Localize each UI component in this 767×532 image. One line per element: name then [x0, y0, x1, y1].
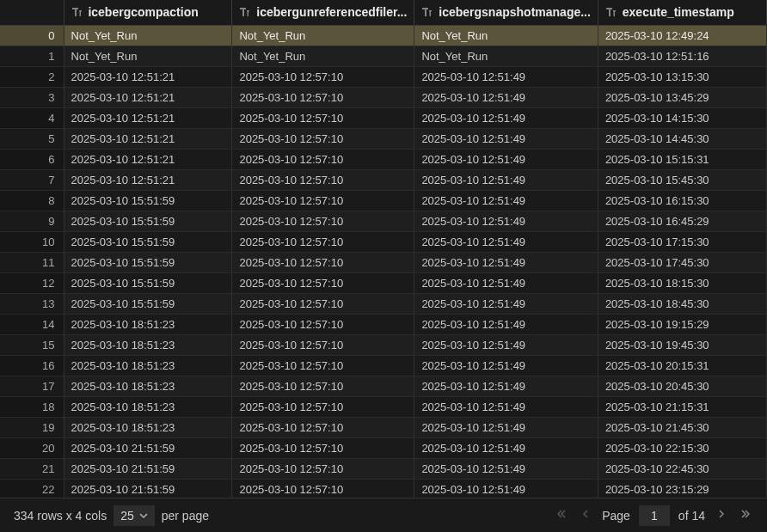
table-cell[interactable]: 2025-03-10 12:57:10 [232, 211, 414, 232]
table-cell[interactable]: 2025-03-10 18:51:23 [64, 356, 233, 376]
table-cell[interactable]: Not_Yet_Run [414, 46, 598, 67]
table-cell[interactable]: Not_Yet_Run [64, 46, 233, 67]
table-cell[interactable]: 2025-03-10 12:51:49 [414, 438, 598, 459]
column-header-icebergsnapshotmanage[interactable]: icebergsnapshotmanage... [414, 0, 598, 26]
row-number-cell[interactable]: 5 [0, 129, 64, 150]
row-number-cell[interactable]: 14 [0, 315, 64, 335]
table-row[interactable]: 0Not_Yet_RunNot_Yet_RunNot_Yet_Run2025-0… [0, 26, 767, 46]
table-row[interactable]: 192025-03-10 18:51:232025-03-10 12:57:10… [0, 418, 767, 438]
table-cell[interactable]: 2025-03-10 12:51:49 [414, 397, 598, 418]
table-cell[interactable]: 2025-03-10 15:51:59 [64, 232, 233, 253]
row-number-cell[interactable]: 16 [0, 356, 64, 376]
table-row[interactable]: 42025-03-10 12:51:212025-03-10 12:57:102… [0, 108, 767, 129]
table-cell[interactable]: 2025-03-10 18:51:23 [64, 335, 233, 356]
table-cell[interactable]: 2025-03-10 12:57:10 [232, 356, 414, 376]
table-cell[interactable]: 2025-03-10 12:51:21 [64, 67, 233, 88]
row-number-cell[interactable]: 13 [0, 294, 64, 315]
first-page-button[interactable] [554, 506, 569, 524]
table-cell[interactable]: 2025-03-10 15:51:59 [64, 211, 233, 232]
table-cell[interactable]: 2025-03-10 18:15:30 [598, 273, 767, 294]
table-cell[interactable]: 2025-03-10 12:57:10 [232, 67, 414, 88]
table-cell[interactable]: 2025-03-10 12:51:21 [64, 129, 233, 150]
table-cell[interactable]: 2025-03-10 12:57:10 [232, 376, 414, 397]
table-cell[interactable]: 2025-03-10 12:57:10 [232, 438, 414, 459]
table-row[interactable]: 182025-03-10 18:51:232025-03-10 12:57:10… [0, 397, 767, 418]
table-cell[interactable]: 2025-03-10 12:51:49 [414, 480, 598, 498]
table-cell[interactable]: 2025-03-10 12:51:21 [64, 150, 233, 170]
table-cell[interactable]: 2025-03-10 18:51:23 [64, 315, 233, 335]
row-number-cell[interactable]: 3 [0, 88, 64, 108]
table-row[interactable]: 222025-03-10 21:51:592025-03-10 12:57:10… [0, 480, 767, 498]
table-cell[interactable]: 2025-03-10 12:51:49 [414, 315, 598, 335]
table-cell[interactable]: 2025-03-10 12:51:49 [414, 129, 598, 150]
table-row[interactable]: 212025-03-10 21:51:592025-03-10 12:57:10… [0, 459, 767, 480]
row-number-cell[interactable]: 17 [0, 376, 64, 397]
table-row[interactable]: 132025-03-10 15:51:592025-03-10 12:57:10… [0, 294, 767, 315]
table-cell[interactable]: 2025-03-10 12:57:10 [232, 459, 414, 480]
table-cell[interactable]: 2025-03-10 12:51:49 [414, 376, 598, 397]
table-cell[interactable]: 2025-03-10 21:15:31 [598, 397, 767, 418]
table-cell[interactable]: 2025-03-10 12:57:10 [232, 315, 414, 335]
table-row[interactable]: 22025-03-10 12:51:212025-03-10 12:57:102… [0, 67, 767, 88]
table-cell[interactable]: 2025-03-10 12:57:10 [232, 191, 414, 211]
table-cell[interactable]: 2025-03-10 15:51:59 [64, 191, 233, 211]
table-cell[interactable]: 2025-03-10 14:15:30 [598, 108, 767, 129]
row-number-cell[interactable]: 8 [0, 191, 64, 211]
table-cell[interactable]: 2025-03-10 15:51:59 [64, 273, 233, 294]
table-cell[interactable]: 2025-03-10 12:51:21 [64, 88, 233, 108]
page-size-select[interactable]: 25 [114, 505, 155, 526]
table-cell[interactable]: 2025-03-10 13:15:30 [598, 67, 767, 88]
table-cell[interactable]: 2025-03-10 16:45:29 [598, 211, 767, 232]
table-cell[interactable]: 2025-03-10 12:51:49 [414, 356, 598, 376]
table-row[interactable]: 152025-03-10 18:51:232025-03-10 12:57:10… [0, 335, 767, 356]
table-cell[interactable]: 2025-03-10 21:45:30 [598, 418, 767, 438]
table-cell[interactable]: 2025-03-10 20:15:31 [598, 356, 767, 376]
table-row[interactable]: 82025-03-10 15:51:592025-03-10 12:57:102… [0, 191, 767, 211]
column-header-icebergcompaction[interactable]: icebergcompaction [64, 0, 233, 26]
row-number-cell[interactable]: 19 [0, 418, 64, 438]
table-cell[interactable]: 2025-03-10 16:15:30 [598, 191, 767, 211]
table-cell[interactable]: 2025-03-10 12:57:10 [232, 108, 414, 129]
row-number-cell[interactable]: 7 [0, 170, 64, 191]
row-number-cell[interactable]: 0 [0, 26, 64, 46]
table-cell[interactable]: 2025-03-10 12:51:49 [414, 294, 598, 315]
row-number-cell[interactable]: 6 [0, 150, 64, 170]
table-cell[interactable]: 2025-03-10 12:51:49 [414, 88, 598, 108]
table-cell[interactable]: Not_Yet_Run [232, 26, 414, 46]
table-cell[interactable]: 2025-03-10 21:51:59 [64, 480, 233, 498]
table-cell[interactable]: 2025-03-10 15:51:59 [64, 294, 233, 315]
row-number-cell[interactable]: 10 [0, 232, 64, 253]
table-row[interactable]: 62025-03-10 12:51:212025-03-10 12:57:102… [0, 150, 767, 170]
table-cell[interactable]: Not_Yet_Run [232, 46, 414, 67]
table-cell[interactable]: 2025-03-10 22:15:30 [598, 438, 767, 459]
table-row[interactable]: 202025-03-10 21:51:592025-03-10 12:57:10… [0, 438, 767, 459]
table-row[interactable]: 102025-03-10 15:51:592025-03-10 12:57:10… [0, 232, 767, 253]
column-header-execute-timestamp[interactable]: execute_timestamp [598, 0, 767, 26]
table-cell[interactable]: 2025-03-10 18:51:23 [64, 376, 233, 397]
table-cell[interactable]: 2025-03-10 12:57:10 [232, 418, 414, 438]
table-row[interactable]: 1Not_Yet_RunNot_Yet_RunNot_Yet_Run2025-0… [0, 46, 767, 67]
table-cell[interactable]: 2025-03-10 12:57:10 [232, 335, 414, 356]
table-cell[interactable]: 2025-03-10 14:45:30 [598, 129, 767, 150]
table-cell[interactable]: 2025-03-10 23:15:29 [598, 480, 767, 498]
table-cell[interactable]: 2025-03-10 12:51:49 [414, 170, 598, 191]
table-cell[interactable]: 2025-03-10 12:57:10 [232, 273, 414, 294]
table-cell[interactable]: 2025-03-10 12:51:49 [414, 418, 598, 438]
table-cell[interactable]: 2025-03-10 12:57:10 [232, 397, 414, 418]
table-cell[interactable]: 2025-03-10 12:49:24 [598, 26, 767, 46]
table-cell[interactable]: 2025-03-10 12:57:10 [232, 88, 414, 108]
table-row[interactable]: 52025-03-10 12:51:212025-03-10 12:57:102… [0, 129, 767, 150]
table-cell[interactable]: 2025-03-10 15:51:59 [64, 253, 233, 273]
rownum-header[interactable] [0, 0, 64, 26]
table-cell[interactable]: 2025-03-10 21:51:59 [64, 459, 233, 480]
table-cell[interactable]: 2025-03-10 13:45:29 [598, 88, 767, 108]
row-number-cell[interactable]: 2 [0, 67, 64, 88]
table-cell[interactable]: 2025-03-10 12:51:49 [414, 253, 598, 273]
table-cell[interactable]: 2025-03-10 18:51:23 [64, 397, 233, 418]
table-cell[interactable]: 2025-03-10 12:51:49 [414, 232, 598, 253]
table-cell[interactable]: 2025-03-10 12:51:49 [414, 211, 598, 232]
row-number-cell[interactable]: 1 [0, 46, 64, 67]
table-row[interactable]: 172025-03-10 18:51:232025-03-10 12:57:10… [0, 376, 767, 397]
table-row[interactable]: 142025-03-10 18:51:232025-03-10 12:57:10… [0, 315, 767, 335]
table-row[interactable]: 162025-03-10 18:51:232025-03-10 12:57:10… [0, 356, 767, 376]
